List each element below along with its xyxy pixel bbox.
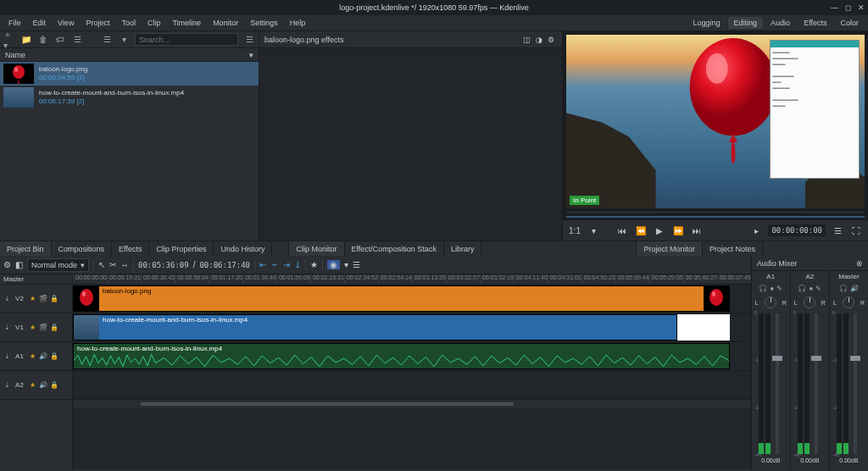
expand-icon[interactable]: ⇣ <box>3 381 11 390</box>
tab-effect-stack[interactable]: Effect/Composition Stack <box>345 241 444 256</box>
mute-icon[interactable]: 🔊 <box>39 381 47 390</box>
expand-icon[interactable]: ⇣ <box>3 295 11 303</box>
menu-clip[interactable]: Clip <box>142 17 166 29</box>
minimize-icon[interactable]: — <box>831 3 838 12</box>
close-icon[interactable]: ✕ <box>858 3 865 12</box>
star-icon[interactable]: ★ <box>28 324 36 332</box>
skip-start-icon[interactable]: ⏮ <box>615 224 629 237</box>
layout-editing[interactable]: Editing <box>728 17 764 29</box>
view-list-icon[interactable]: ☰ <box>101 34 113 46</box>
menu-settings[interactable]: Settings <box>245 17 283 29</box>
layout-audio[interactable]: Audio <box>765 17 796 29</box>
track-header-v2[interactable]: ⇣ V2 ★ 🎬 🔒 <box>0 285 72 313</box>
gear-icon[interactable]: ⚙ <box>3 260 11 269</box>
menu-monitor[interactable]: Monitor <box>208 17 243 29</box>
volume-slider[interactable] <box>776 313 779 454</box>
timeline-position[interactable]: 00:05:36:09 <box>138 261 189 269</box>
ratio-dropdown[interactable]: 1:1 <box>568 224 581 237</box>
split-icon[interactable]: ◫ <box>523 36 531 44</box>
tag-icon[interactable]: 🏷 <box>54 34 66 46</box>
track-header-a1[interactable]: ⇣ A1 ★ 🔊 🔒 <box>0 342 72 371</box>
mute-icon[interactable]: 🎧 <box>798 285 806 295</box>
expand-icon[interactable]: ⇣ <box>3 352 11 361</box>
master-label[interactable]: Master <box>0 274 72 285</box>
video-icon[interactable]: 🎬 <box>39 324 47 332</box>
tab-project-notes[interactable]: Project Notes <box>703 241 763 256</box>
filter-icon[interactable]: ☰ <box>71 34 83 46</box>
chevron-down-icon[interactable]: ▾ <box>344 260 348 269</box>
tab-undo-history[interactable]: Undo History <box>214 241 272 256</box>
mode-dropdown[interactable]: Normal mode▾ <box>27 258 89 272</box>
track-header-v1[interactable]: ⇣ V1 ★ 🎬 🔒 <box>0 313 72 342</box>
play-icon[interactable]: ▶ <box>653 224 666 237</box>
lock-icon[interactable]: 🔒 <box>50 352 58 361</box>
monitor-timecode[interactable]: 00:00:00:00 <box>768 224 826 236</box>
bin-column-header[interactable]: Name ▾ <box>0 48 259 62</box>
marker-icon[interactable]: ▸ <box>749 224 763 237</box>
skip-end-icon[interactable]: ⏭ <box>690 224 704 237</box>
tab-effects[interactable]: Effects <box>112 241 149 256</box>
video-icon[interactable]: 🎬 <box>39 295 47 303</box>
timeline-tracks[interactable]: 00:00:00:0000:00:19:2100:00:38:4300:00:5… <box>73 274 751 469</box>
monitor-canvas[interactable]: ▬▬▬▬▬▬▬▬▬▬▬▬▬▬▬▬▬▬▬▬▬▬▬▬▬▬▬▬▬▬▬▬▬ In Poi… <box>566 35 865 208</box>
spacer-tool-icon[interactable]: ↔ <box>120 260 129 269</box>
options-icon[interactable]: ☰ <box>243 34 255 46</box>
mute-icon[interactable]: 🎧 <box>759 285 767 295</box>
pan-knob[interactable] <box>804 296 815 308</box>
save-effects-icon[interactable]: ⚙ <box>548 36 554 44</box>
timeline-scrollbar[interactable] <box>73 400 751 408</box>
tab-compositions[interactable]: Compositions <box>52 241 113 256</box>
lock-icon[interactable]: 🔒 <box>50 295 58 303</box>
rec-icon[interactable]: ✎ <box>815 285 821 295</box>
layout-color[interactable]: Color <box>834 17 865 29</box>
pan-knob[interactable] <box>843 296 854 308</box>
tab-clip-monitor[interactable]: Clip Monitor <box>289 241 344 256</box>
preview-render-icon[interactable]: ◉ <box>327 260 340 269</box>
menu-file[interactable]: File <box>3 17 26 29</box>
bin-item[interactable]: how-to-create-mount-and-burn-isos-in-lin… <box>0 86 259 109</box>
expand-icon[interactable]: ⇣ <box>3 324 11 332</box>
mute-icon[interactable]: 🔊 <box>39 352 47 361</box>
maximize-icon[interactable]: ◻ <box>845 3 851 12</box>
delete-icon[interactable]: 🗑 <box>37 34 49 46</box>
tab-library[interactable]: Library <box>444 241 482 256</box>
star-icon[interactable]: ★ <box>28 381 36 390</box>
tab-project-bin[interactable]: Project Bin <box>0 241 52 256</box>
menu-icon[interactable]: ☰ <box>831 224 844 237</box>
timeline-clip[interactable]: baloon-logo.png <box>73 285 730 312</box>
lock-icon[interactable]: 🔒 <box>50 324 58 332</box>
solo-icon[interactable]: ● <box>809 285 813 295</box>
menu-tool[interactable]: Tool <box>116 17 141 29</box>
rec-icon[interactable]: ✎ <box>776 285 782 295</box>
menu-timeline[interactable]: Timeline <box>167 17 206 29</box>
menu-view[interactable]: View <box>53 17 79 29</box>
tab-project-monitor[interactable]: Project Monitor <box>637 241 703 256</box>
menu-help[interactable]: Help <box>285 17 311 29</box>
solo-icon[interactable]: ● <box>770 285 774 295</box>
timeline-ruler[interactable]: 00:00:00:0000:00:19:2100:00:38:4300:00:5… <box>73 274 751 285</box>
star-icon[interactable]: ★ <box>28 295 36 303</box>
volume-slider[interactable] <box>815 313 818 454</box>
mon-icon[interactable]: 🔊 <box>850 285 859 295</box>
mix-icon[interactable]: ⫟ <box>270 260 279 269</box>
track-row[interactable] <box>73 371 751 400</box>
overwrite-icon[interactable]: ⤓ <box>294 260 301 269</box>
star-icon[interactable]: ★ <box>28 352 36 361</box>
forward-icon[interactable]: ⏩ <box>671 224 685 237</box>
menu-project[interactable]: Project <box>81 17 114 29</box>
toggle-effects-icon[interactable]: ◑ <box>536 36 542 44</box>
track-row[interactable]: how-to-create-mount-and-burn-isos-in-lin… <box>73 313 751 342</box>
timeline-clip[interactable]: how-to-create-mount-and-burn-isos-in-lin… <box>73 314 677 341</box>
lock-icon[interactable]: 🔒 <box>50 381 58 390</box>
monitor-ruler[interactable] <box>566 212 865 220</box>
add-clip-icon[interactable]: ＋▾ <box>3 34 15 46</box>
tab-clip-properties[interactable]: Clip Properties <box>149 241 214 256</box>
track-row[interactable]: baloon-logo.png <box>73 285 751 313</box>
favorite-icon[interactable]: ★ <box>310 260 318 269</box>
razor-tool-icon[interactable]: ✂ <box>109 260 116 269</box>
pan-knob[interactable] <box>765 296 776 308</box>
track-header-a2[interactable]: ⇣ A2 ★ 🔊 🔒 <box>0 371 72 400</box>
fullscreen-icon[interactable]: ⛶ <box>849 224 863 237</box>
chevron-down-icon[interactable]: ▾ <box>587 224 600 237</box>
collapse-icon[interactable]: ⊗ <box>856 259 863 268</box>
